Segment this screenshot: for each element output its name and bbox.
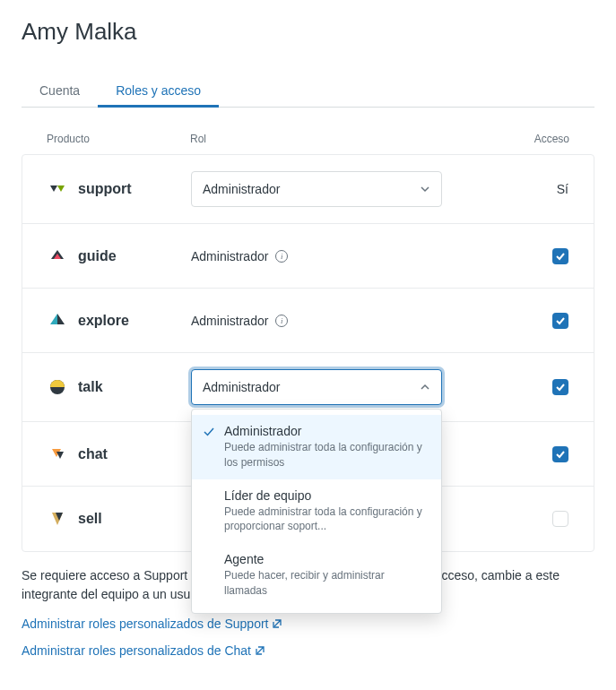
chat-icon: [48, 444, 67, 464]
role-select-label: Administrador: [203, 380, 280, 394]
row-support: support Administrador Sí: [22, 155, 594, 224]
svg-marker-5: [57, 314, 65, 324]
option-desc: Puede hacer, recibir y administrar llama…: [224, 568, 429, 599]
role-select-support[interactable]: Administrador: [191, 171, 442, 207]
row-talk: talk Administrador Administrador Puede a…: [22, 353, 594, 422]
product-name-talk: talk: [78, 379, 103, 395]
explore-icon: [48, 311, 67, 331]
table-header: Producto Rol Acceso: [22, 133, 594, 154]
option-desc: Puede administrar toda la configuración …: [224, 440, 429, 470]
chevron-down-icon: [420, 184, 430, 194]
info-icon[interactable]: i: [275, 315, 288, 327]
svg-marker-1: [57, 185, 65, 192]
svg-marker-0: [50, 185, 57, 192]
chevron-up-icon: [420, 382, 430, 392]
role-select-label: Administrador: [203, 182, 280, 196]
access-checkbox-explore[interactable]: [552, 313, 568, 329]
column-product: Producto: [47, 133, 190, 145]
dropdown-option-agent[interactable]: Agente Puede hacer, recibir y administra…: [192, 543, 441, 608]
role-dropdown: Administrador Puede administrar toda la …: [191, 409, 442, 614]
role-text-explore: Administrador: [191, 314, 268, 328]
external-link-icon: [255, 645, 265, 656]
product-name-guide: guide: [78, 248, 117, 264]
role-select-talk[interactable]: Administrador: [191, 369, 442, 405]
product-rows: support Administrador Sí guide Administr…: [22, 154, 594, 552]
access-checkbox-sell[interactable]: [552, 511, 568, 527]
link-manage-chat-roles[interactable]: Administrar roles personalizados de Chat: [22, 643, 265, 658]
row-guide: guide Administrador i: [22, 224, 594, 289]
external-link-icon: [272, 618, 282, 629]
info-icon[interactable]: i: [275, 250, 288, 263]
column-access: Acceso: [507, 133, 569, 145]
svg-marker-4: [50, 314, 57, 324]
support-icon: [48, 179, 67, 199]
role-text-guide: Administrador: [191, 249, 268, 263]
tab-roles-access[interactable]: Roles y acceso: [98, 74, 219, 107]
row-explore: explore Administrador i: [22, 289, 594, 353]
option-desc: Puede administrar toda la configuración …: [224, 505, 429, 535]
option-title: Administrador: [224, 424, 429, 438]
access-checkbox-chat[interactable]: [552, 446, 568, 462]
access-checkbox-talk[interactable]: [552, 379, 568, 395]
option-title: Líder de equipo: [224, 488, 429, 503]
product-name-sell: sell: [78, 511, 102, 527]
product-name-support: support: [78, 181, 132, 197]
tab-account[interactable]: Cuenta: [22, 74, 98, 107]
guide-icon: [48, 246, 67, 266]
product-name-explore: explore: [78, 313, 129, 329]
dropdown-option-admin[interactable]: Administrador Puede administrar toda la …: [192, 415, 441, 479]
column-role: Rol: [190, 133, 507, 145]
sell-icon: [48, 509, 67, 529]
link-manage-support-roles[interactable]: Administrar roles personalizados de Supp…: [22, 617, 282, 631]
talk-icon: [48, 377, 67, 397]
dropdown-option-leader[interactable]: Líder de equipo Puede administrar toda l…: [192, 479, 441, 544]
page-title: Amy Malka: [22, 18, 594, 46]
product-name-chat: chat: [78, 446, 108, 462]
svg-marker-8: [56, 452, 64, 459]
tab-bar: Cuenta Roles y acceso: [22, 74, 594, 108]
check-icon: [203, 426, 215, 441]
option-title: Agente: [224, 552, 429, 566]
access-text-support: Sí: [557, 182, 568, 196]
access-checkbox-guide[interactable]: [552, 248, 568, 264]
